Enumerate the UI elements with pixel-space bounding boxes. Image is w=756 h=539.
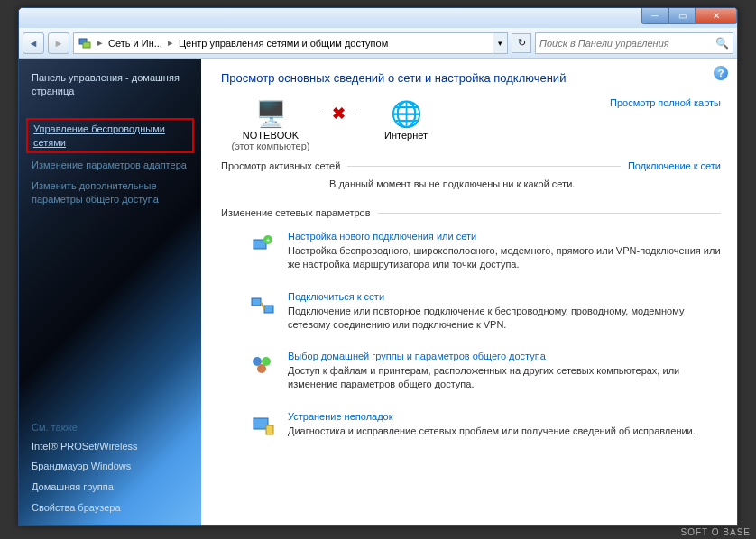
sidebar-link-firewall[interactable]: Брандмауэр Windows	[19, 456, 201, 477]
action-link[interactable]: Выбор домашней группы и параметров общег…	[288, 351, 721, 361]
action-link[interactable]: Настройка нового подключения или сети	[288, 231, 721, 242]
netnode-sub: (этот компьютер)	[221, 141, 320, 151]
body: Панель управления - домашняя страница Уп…	[19, 59, 737, 525]
netnode-name: NOTEBOOK	[221, 130, 320, 141]
action-link[interactable]: Подключиться к сети	[288, 291, 721, 302]
sidebar-home[interactable]: Панель управления - домашняя страница	[19, 68, 201, 102]
computer-icon: 🖥️	[221, 97, 320, 130]
full-map-link[interactable]: Просмотр полной карты	[610, 97, 721, 108]
active-networks-msg: В данный момент вы не подключены ни к ка…	[221, 175, 721, 198]
maximize-button[interactable]: ▭	[668, 8, 696, 24]
action-desc: Доступ к файлам и принтерам, расположенн…	[288, 364, 721, 391]
minimize-button[interactable]: ─	[641, 8, 668, 24]
x-icon: ✖	[330, 104, 347, 123]
search-input[interactable]	[539, 38, 715, 49]
svg-rect-11	[266, 425, 273, 434]
toolbar: ◄ ► ▸ Сеть и Ин... ▸ Центр управления се…	[19, 28, 737, 59]
breadcrumb-seg-1[interactable]: Сеть и Ин...	[105, 38, 166, 49]
action-connect: Подключиться к сети Подключение или повт…	[221, 284, 721, 344]
breadcrumb-dropdown[interactable]: ▾	[493, 33, 507, 53]
svg-rect-1	[83, 42, 90, 48]
action-list: + Настройка нового подключения или сети …	[221, 224, 721, 452]
action-new-connection: + Настройка нового подключения или сети …	[221, 224, 721, 284]
svg-text:+: +	[266, 236, 271, 244]
sidebar: Панель управления - домашняя страница Уп…	[19, 59, 201, 525]
page-title: Просмотр основных сведений о сети и наст…	[221, 71, 721, 85]
network-icon	[76, 34, 94, 52]
globe-icon: 🌐	[356, 97, 456, 130]
search-icon: 🔍	[715, 37, 729, 50]
action-desc: Подключение или повторное подключение к …	[288, 305, 721, 332]
connect-icon	[248, 291, 277, 320]
action-desc: Настройка беспроводного, широкополосного…	[288, 244, 721, 271]
sidebar-wireless[interactable]: Управление беспроводными сетями	[26, 118, 194, 154]
content-pane: ? Просмотр основных сведений о сети и на…	[201, 59, 737, 525]
sidebar-link-intel[interactable]: Intel® PROSet/Wireless	[19, 436, 201, 457]
control-panel-window: ─ ▭ ✕ ◄ ► ▸ Сеть и Ин... ▸ Центр управле…	[18, 7, 738, 526]
titlebar: ─ ▭ ✕	[19, 8, 737, 28]
back-button[interactable]: ◄	[23, 32, 44, 54]
netnode-internet: 🌐 Интернет	[356, 97, 456, 141]
breadcrumb-arrow: ▸	[166, 37, 175, 49]
sidebar-sharing[interactable]: Изменить дополнительные параметры общего…	[19, 176, 201, 210]
settings-title: Изменение сетевых параметров	[221, 207, 721, 218]
sidebar-bottom: См. также Intel® PROSet/Wireless Брандма…	[19, 418, 201, 518]
new-connection-icon: +	[248, 231, 277, 260]
forward-button[interactable]: ►	[48, 32, 69, 54]
svg-rect-5	[252, 298, 261, 306]
see-also-heading: См. также	[19, 418, 201, 436]
search-box[interactable]: 🔍	[535, 32, 733, 54]
breadcrumb-arrow: ▸	[96, 37, 105, 49]
netline-broken: ✖	[320, 97, 356, 130]
svg-rect-6	[264, 306, 273, 313]
action-troubleshoot: Устранение неполадок Диагностика и испра…	[221, 404, 721, 452]
sidebar-link-homegroup[interactable]: Домашняя группа	[19, 477, 201, 498]
action-link[interactable]: Устранение неполадок	[288, 411, 721, 422]
breadcrumb-seg-2[interactable]: Центр управления сетями и общим доступом	[175, 38, 392, 49]
action-homegroup: Выбор домашней группы и параметров общег…	[221, 343, 721, 404]
watermark: SOFT O BASE	[681, 527, 751, 537]
connect-link[interactable]: Подключение к сети	[628, 160, 721, 171]
svg-point-9	[257, 364, 266, 373]
netnode-name: Интернет	[356, 130, 456, 141]
network-map: 🖥️ NOTEBOOK (этот компьютер) ✖ 🌐 Интерне…	[221, 97, 721, 151]
help-icon[interactable]: ?	[714, 66, 728, 80]
netnode-this-pc: 🖥️ NOTEBOOK (этот компьютер)	[221, 97, 320, 151]
sidebar-adapter[interactable]: Изменение параметров адаптера	[19, 155, 201, 176]
homegroup-icon	[248, 351, 277, 379]
active-networks-title: Просмотр активных сетей Подключение к се…	[221, 160, 721, 171]
close-button[interactable]: ✕	[696, 8, 737, 24]
window-controls: ─ ▭ ✕	[641, 8, 737, 24]
refresh-button[interactable]: ↻	[512, 33, 531, 53]
sidebar-link-browser[interactable]: Свойства браузера	[19, 498, 201, 518]
breadcrumb[interactable]: ▸ Сеть и Ин... ▸ Центр управления сетями…	[73, 32, 508, 54]
troubleshoot-icon	[248, 411, 277, 440]
action-desc: Диагностика и исправление сетевых пробле…	[288, 425, 721, 438]
